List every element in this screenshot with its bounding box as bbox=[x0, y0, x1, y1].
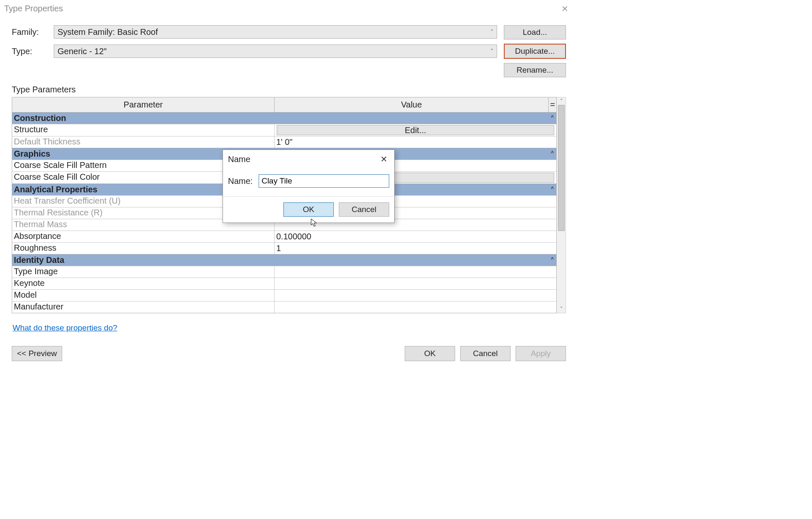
param-name-cell: Keynote bbox=[12, 278, 275, 289]
dialog-close-icon[interactable]: ✕ bbox=[379, 154, 389, 164]
edit-button[interactable]: Edit... bbox=[277, 125, 554, 135]
param-name-cell: Absorptance bbox=[12, 231, 275, 242]
collapse-icon[interactable]: ^ bbox=[551, 114, 554, 120]
param-name-cell: Default Thickness bbox=[12, 136, 275, 148]
table-row[interactable]: Keynote bbox=[12, 278, 556, 289]
collapse-icon[interactable]: ^ bbox=[551, 186, 554, 191]
name-field-label: Name: bbox=[228, 176, 253, 186]
ok-button[interactable]: OK bbox=[405, 346, 455, 361]
param-name-cell: Model bbox=[12, 290, 275, 301]
col-header-parameter[interactable]: Parameter bbox=[12, 97, 275, 112]
table-row[interactable]: Model bbox=[12, 289, 556, 301]
param-value-cell[interactable]: 1' 0" bbox=[275, 136, 556, 148]
cancel-button[interactable]: Cancel bbox=[460, 346, 511, 361]
apply-button[interactable]: Apply bbox=[516, 346, 566, 361]
chevron-down-icon: ˅ bbox=[490, 29, 493, 35]
name-dialog: Name ✕ Name: OK Cancel bbox=[223, 149, 395, 223]
title-bar: Type Properties ✕ bbox=[0, 0, 576, 18]
param-value-cell[interactable] bbox=[275, 290, 556, 301]
preview-button[interactable]: << Preview bbox=[12, 346, 62, 361]
type-value: Generic - 12" bbox=[58, 47, 107, 56]
scroll-down-icon[interactable]: ˅ bbox=[560, 306, 563, 312]
name-input[interactable] bbox=[259, 174, 389, 188]
dialog-ok-button[interactable]: OK bbox=[283, 202, 334, 217]
param-value-cell[interactable]: Edit... bbox=[275, 124, 556, 136]
table-row[interactable]: StructureEdit... bbox=[12, 124, 556, 136]
param-value-cell[interactable] bbox=[275, 278, 556, 289]
col-header-equals[interactable]: = bbox=[549, 97, 556, 112]
table-row[interactable]: Absorptance0.100000 bbox=[12, 231, 556, 242]
rename-button[interactable]: Rename... bbox=[504, 63, 566, 77]
group-header[interactable]: Identity Data^ bbox=[12, 254, 556, 266]
dialog-title: Name bbox=[228, 155, 250, 164]
chevron-down-icon: ˅ bbox=[490, 48, 493, 55]
family-combo[interactable]: System Family: Basic Roof ˅ bbox=[54, 25, 497, 39]
duplicate-button[interactable]: Duplicate... bbox=[504, 44, 566, 59]
param-value-cell[interactable] bbox=[275, 266, 556, 278]
param-value-cell[interactable] bbox=[275, 301, 556, 313]
scroll-up-icon[interactable]: ˄ bbox=[560, 98, 563, 104]
table-row[interactable]: Default Thickness1' 0" bbox=[12, 136, 556, 148]
dialog-cancel-button[interactable]: Cancel bbox=[339, 202, 389, 217]
collapse-icon[interactable]: ^ bbox=[551, 256, 554, 262]
col-header-value[interactable]: Value bbox=[275, 97, 549, 112]
group-header[interactable]: Construction^ bbox=[12, 113, 556, 124]
type-combo[interactable]: Generic - 12" ˅ bbox=[54, 45, 497, 58]
vertical-scrollbar[interactable]: ˄ ˅ bbox=[557, 97, 566, 313]
scroll-thumb[interactable] bbox=[558, 105, 565, 231]
param-value-cell[interactable]: 0.100000 bbox=[275, 231, 556, 242]
type-parameters-label: Type Parameters bbox=[12, 85, 566, 94]
type-label: Type: bbox=[12, 47, 49, 56]
param-name-cell: Roughness bbox=[12, 243, 275, 254]
table-row[interactable]: Type Image bbox=[12, 266, 556, 278]
family-label: Family: bbox=[12, 27, 49, 37]
load-button[interactable]: Load... bbox=[504, 25, 566, 39]
table-row[interactable]: Roughness1 bbox=[12, 242, 556, 254]
param-value-cell[interactable]: 1 bbox=[275, 243, 556, 254]
table-row[interactable]: Manufacturer bbox=[12, 301, 556, 313]
help-link[interactable]: What do these properties do? bbox=[13, 323, 117, 333]
window-title: Type Properties bbox=[4, 4, 63, 13]
family-value: System Family: Basic Roof bbox=[58, 27, 158, 37]
param-name-cell: Type Image bbox=[12, 266, 275, 278]
close-icon[interactable]: ✕ bbox=[558, 2, 572, 16]
param-name-cell: Structure bbox=[12, 124, 275, 136]
param-name-cell: Manufacturer bbox=[12, 301, 275, 313]
collapse-icon[interactable]: ^ bbox=[551, 150, 554, 156]
